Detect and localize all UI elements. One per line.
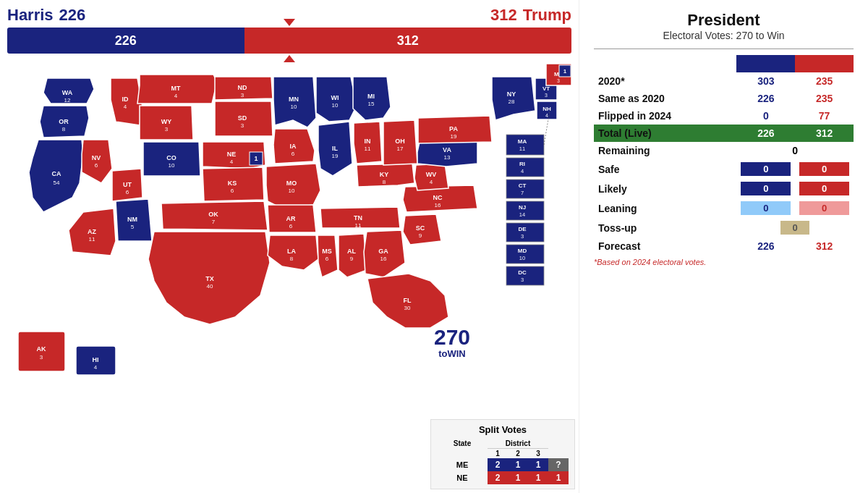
svg-text:3: 3: [40, 354, 43, 361]
svg-text:TX: TX: [205, 275, 214, 282]
svg-text:10: 10: [291, 104, 297, 110]
svg-text:12: 12: [64, 97, 71, 104]
svg-text:CA: CA: [52, 170, 61, 177]
svg-text:ID: ID: [122, 96, 129, 103]
progress-blue: 226: [7, 28, 244, 54]
svg-text:MD: MD: [518, 248, 527, 254]
svg-text:NV: NV: [92, 154, 101, 161]
row-2020: 2020* 303 235: [594, 72, 854, 90]
right-panel: President Electoral Votes: 270 to Win 20…: [579, 0, 868, 493]
val-2020-blue: 303: [736, 72, 795, 90]
svg-text:VA: VA: [443, 146, 451, 153]
svg-text:40: 40: [207, 283, 213, 290]
stats-table: 2020* 303 235 Same as 2020 226 235 Flipp…: [594, 55, 854, 255]
svg-text:4: 4: [545, 113, 548, 118]
svg-text:FL: FL: [404, 297, 412, 304]
svg-text:54: 54: [54, 180, 60, 186]
svg-text:AL: AL: [347, 248, 356, 255]
svg-text:NE: NE: [227, 151, 237, 158]
split-votes-panel: Split Votes State District 1 2 3 ME 2: [430, 419, 575, 489]
val-leaning-blue: 0: [736, 198, 795, 218]
me-d2: 1: [528, 458, 548, 471]
svg-text:8: 8: [290, 256, 294, 262]
svg-text:LA: LA: [287, 248, 296, 255]
svg-text:3: 3: [521, 233, 524, 240]
val-likely-red: 0: [795, 179, 854, 198]
svg-text:toWIN: toWIN: [438, 348, 466, 359]
svg-text:IA: IA: [290, 143, 297, 150]
val-forecast-blue: 226: [736, 237, 795, 255]
svg-text:5: 5: [131, 224, 135, 230]
val-2020-red: 235: [795, 72, 854, 90]
row-total-live: Total (Live) 226 312: [594, 125, 854, 142]
svg-text:TN: TN: [354, 214, 362, 222]
row-safe: Safe 0 0: [594, 159, 854, 179]
svg-text:3: 3: [241, 122, 244, 129]
progress-bar: 226 312: [7, 28, 571, 54]
svg-text:WV: WV: [426, 171, 437, 178]
svg-text:UT: UT: [123, 181, 132, 188]
svg-text:9: 9: [350, 256, 354, 262]
arrow-up-indicator: [284, 55, 295, 62]
progress-container: 226 312: [7, 28, 571, 54]
svg-text:MO: MO: [286, 180, 297, 187]
svg-text:SD: SD: [238, 114, 247, 122]
val-same-red: 235: [795, 90, 854, 107]
arrow-down-indicator: [284, 19, 295, 26]
row-same-2020: Same as 2020 226 235: [594, 90, 854, 107]
label-2020: 2020*: [594, 72, 736, 90]
svg-text:NH: NH: [542, 106, 551, 112]
row-remaining: Remaining 0: [594, 142, 854, 159]
svg-marker-9: [82, 140, 112, 183]
val-likely-blue: 0: [736, 179, 795, 198]
svg-text:OK: OK: [208, 211, 218, 218]
val-forecast-red: 312: [795, 237, 854, 255]
svg-text:6: 6: [289, 223, 293, 229]
row-leaning: Leaning 0 0: [594, 198, 854, 218]
svg-text:GA: GA: [378, 248, 388, 255]
col-d1-header: 1: [488, 449, 508, 459]
svg-text:30: 30: [404, 305, 411, 311]
svg-text:DE: DE: [518, 226, 527, 232]
ne-at-large: 2: [488, 471, 508, 484]
row-tossup: Toss-up 0: [594, 218, 854, 237]
svg-text:4: 4: [230, 159, 234, 165]
svg-text:HI: HI: [93, 356, 99, 363]
svg-text:CO: CO: [166, 154, 176, 161]
val-same-blue: 226: [736, 90, 795, 107]
col-state-label: [437, 449, 488, 459]
svg-text:8: 8: [383, 179, 386, 185]
svg-text:16: 16: [435, 202, 441, 208]
svg-text:4: 4: [124, 104, 127, 110]
me-d3: ?: [548, 458, 569, 471]
row-flipped: Flipped in 2024 0 77: [594, 107, 854, 125]
svg-text:11: 11: [89, 236, 95, 243]
svg-text:DC: DC: [518, 269, 527, 276]
svg-text:MT: MT: [171, 85, 181, 92]
svg-text:15: 15: [368, 101, 375, 107]
label-same-2020: Same as 2020: [594, 90, 736, 107]
us-map-svg: WA 12 OR 8 CA 54 NV 6 ID 4 MT 4 WY 3 UT …: [4, 56, 575, 397]
trump-label: Trump: [523, 6, 571, 25]
harris-label: Harris: [7, 6, 54, 25]
svg-text:6: 6: [231, 187, 234, 194]
svg-text:MN: MN: [289, 96, 299, 103]
svg-text:MA: MA: [518, 138, 527, 145]
svg-text:WY: WY: [161, 118, 172, 125]
col-d2-header: 2: [508, 449, 528, 459]
svg-text:4: 4: [521, 168, 524, 174]
svg-text:NJ: NJ: [519, 204, 526, 211]
label-flipped: Flipped in 2024: [594, 107, 736, 125]
svg-text:PA: PA: [449, 125, 458, 132]
svg-text:NM: NM: [127, 216, 137, 223]
svg-text:11: 11: [355, 222, 362, 229]
me-state-name: ME: [437, 458, 488, 471]
svg-text:1: 1: [254, 155, 258, 162]
svg-text:4: 4: [94, 364, 98, 371]
svg-text:6: 6: [326, 256, 329, 262]
svg-rect-142: [506, 158, 544, 177]
label-safe: Safe: [594, 159, 736, 179]
val-safe-red: 0: [795, 159, 854, 179]
svg-text:10: 10: [289, 187, 295, 194]
svg-text:10: 10: [519, 255, 525, 261]
